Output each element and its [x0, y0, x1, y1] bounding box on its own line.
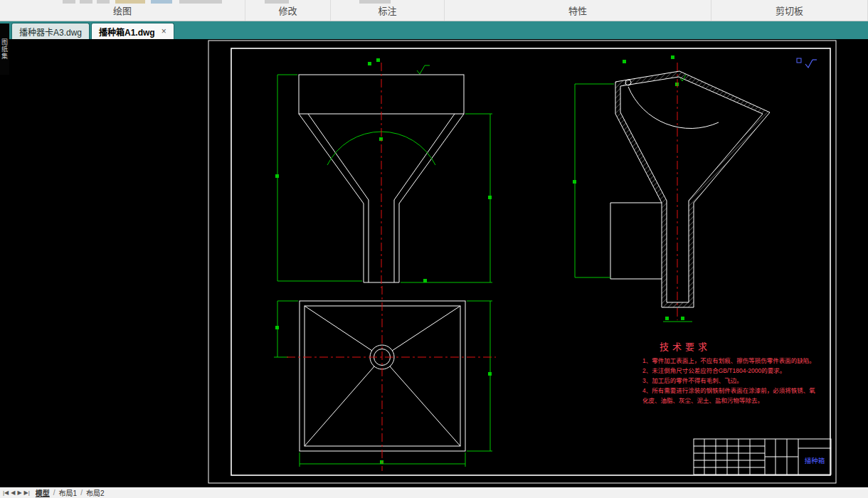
section-view-geometry[interactable]	[610, 71, 770, 307]
first-tab-icon[interactable]: |◀	[3, 489, 9, 496]
ribbon-icon-fragment	[97, 0, 110, 4]
ribbon-icon-fragment	[359, 0, 391, 4]
tech-requirements-title: 技术要求	[660, 341, 711, 352]
roughness-symbol-blue	[797, 58, 817, 68]
ribbon-icon-fragment	[63, 0, 75, 4]
tab-layout1[interactable]: 布局1	[55, 487, 81, 498]
doc-tab-seed-box-a1[interactable]: 播种箱A1.dwg ×	[91, 23, 174, 39]
ribbon-panel-label: 绘图	[113, 4, 132, 17]
ribbon-panel-label: 标注	[378, 4, 396, 17]
tech-item: 2、未注倒角尺寸公差应符合GB/T1804-2000的要求。	[642, 367, 785, 374]
tab-layout2[interactable]: 布局2	[83, 487, 108, 498]
ribbon-panel-label: 修改	[278, 4, 297, 17]
ribbon-icon-fragment	[265, 0, 289, 4]
model-space[interactable]: 技术要求 1、零件加工表面上，不应有划痕、擦伤等损伤零件表面的缺陷。 2、未注倒…	[0, 39, 868, 487]
tech-item: 化皮、油脂、灰尘、泥土、盐和污物等除去。	[642, 397, 763, 404]
sheet-border	[208, 41, 836, 483]
ribbon-icon-fragment	[115, 0, 145, 4]
doc-tab-label: 播种器卡A3.dwg	[19, 26, 82, 38]
tech-item: 1、零件加工表面上，不应有划痕、擦伤等损伤零件表面的缺陷。	[642, 357, 815, 364]
next-tab-icon[interactable]: ▶	[17, 489, 21, 496]
technical-requirements: 技术要求 1、零件加工表面上，不应有划痕、擦伤等损伤零件表面的缺陷。 2、未注倒…	[642, 341, 815, 404]
ribbon: 绘图 修改 标注 特性 剪切板	[0, 0, 868, 21]
ribbon-icon-fragment	[80, 0, 92, 4]
tab-model[interactable]: 模型	[32, 487, 53, 498]
ribbon-panel-properties[interactable]: 特性	[445, 0, 711, 21]
ribbon-panel-clipboard[interactable]: 剪切板	[711, 0, 868, 21]
tech-item: 4、所有需要进行涂装的钢铁制件表面在涂漆前，必须将铁锈、氧	[642, 387, 815, 394]
last-tab-icon[interactable]: ▶|	[24, 489, 30, 496]
drawing-canvas[interactable]: 图纸集	[0, 39, 868, 487]
ribbon-panel-label: 特性	[568, 4, 587, 17]
ribbon-icon-fragment	[179, 0, 222, 4]
document-tab-bar: 播种器卡A3.dwg 播种箱A1.dwg ×	[0, 21, 868, 39]
doc-tab-label: 播种箱A1.dwg	[99, 26, 155, 38]
dimension-lines[interactable]	[274, 65, 692, 467]
tech-item: 3、加工后的零件不得有毛刺、飞边。	[642, 377, 743, 384]
prev-tab-icon[interactable]: ◀	[11, 489, 15, 496]
ribbon-panel-label: 剪切板	[776, 4, 803, 17]
title-block-part-name: 播种箱	[805, 457, 825, 465]
close-icon[interactable]: ×	[162, 27, 166, 36]
ribbon-icon-fragment	[151, 0, 172, 4]
doc-tab-seeder-card-a3[interactable]: 播种器卡A3.dwg	[11, 23, 90, 39]
centerlines[interactable]	[287, 63, 677, 471]
left-palette-tab[interactable]: 图纸集	[0, 23, 9, 75]
layout-tab-bar: |◀ ◀ ▶ ▶| 模型 / 布局1 / 布局2	[0, 487, 868, 498]
